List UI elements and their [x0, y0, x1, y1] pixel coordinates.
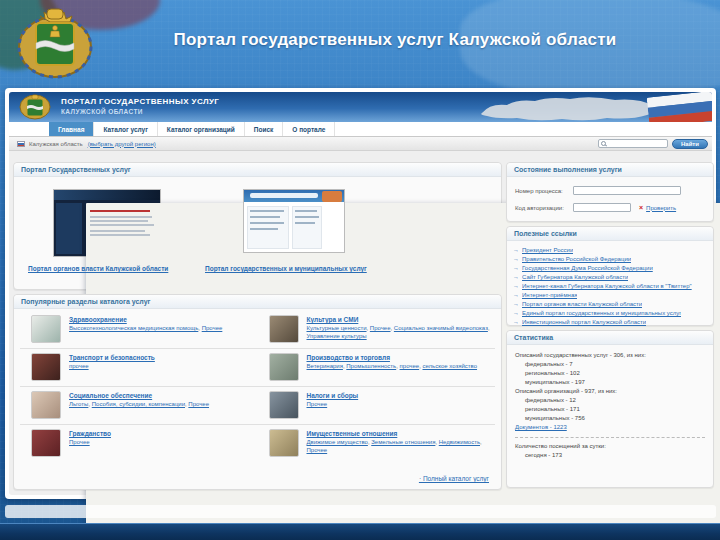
useful-link[interactable]: Интернет-приёмная [522, 291, 577, 300]
category-sublink[interactable]: Ветеринария [307, 363, 343, 369]
link-arrow-icon: → [513, 246, 519, 255]
gov-portal-link[interactable]: Портал органов власти Калужской области [28, 265, 168, 272]
category-title-link[interactable]: Налоги и сборы [307, 392, 359, 399]
useful-link-row: →Государственная Дума Российской Федерац… [513, 264, 707, 273]
catalog-box-title: Популярные разделы каталога услуг [14, 295, 501, 309]
useful-link[interactable]: Портал органов власти Калужской области [522, 300, 642, 309]
tab-Поиск[interactable]: Поиск [245, 122, 284, 136]
search-button[interactable]: Найти [672, 139, 708, 149]
category-thumbnail[interactable] [269, 315, 299, 343]
page-footer-strip [5, 505, 716, 518]
documents-link[interactable]: Документов - 1223 [515, 424, 567, 430]
full-catalog-link[interactable]: · Полный каталог услуг [419, 475, 489, 482]
russian-flag-icon [647, 92, 712, 122]
search-input[interactable] [598, 139, 668, 148]
background-map-shape [460, 0, 720, 100]
useful-links-list: →Президент России→Правительство Российск… [507, 241, 713, 327]
browser-page: ПОРТАЛ ГОСУДАРСТВЕННЫХ УСЛУГ КАЛУЖСКОЙ О… [5, 88, 716, 499]
category-title-link[interactable]: Имущественные отношения [307, 430, 398, 437]
category-sublink[interactable]: прочее [69, 363, 89, 369]
site-emblem-icon [18, 94, 52, 120]
catalog-item: Налоги и сборыПрочее [258, 391, 496, 419]
category-thumbnail[interactable] [31, 353, 61, 381]
services-portal-screenshot[interactable] [243, 189, 345, 253]
catalog-grid: ЗдравоохранениеВысокотехнологическая мед… [20, 311, 495, 462]
category-sublink[interactable]: Прочее [307, 401, 328, 407]
search-icon [601, 141, 606, 146]
useful-link[interactable]: Государственная Дума Российской Федераци… [522, 264, 653, 273]
category-thumbnail[interactable] [269, 391, 299, 419]
category-sublink[interactable]: Прочее [202, 325, 223, 331]
catalog-row: Транспорт и безопасностьпрочееПроизводст… [20, 349, 495, 387]
useful-link-row: →Инвестиционный портал Калужской области [513, 318, 707, 327]
link-arrow-icon: → [513, 291, 519, 300]
useful-link[interactable]: Сайт Губернатора Калужской области [522, 273, 628, 282]
main-navigation: ГлавнаяКаталог услугКаталог организацийП… [9, 122, 712, 137]
useful-link[interactable]: Президент России [522, 246, 573, 255]
useful-link-row: →Единый портал государственных и муницип… [513, 309, 707, 318]
gov-portal-screenshot[interactable] [53, 189, 161, 257]
category-thumbnail[interactable] [31, 391, 61, 419]
stats-divider [515, 437, 705, 438]
tab-Каталог организаций[interactable]: Каталог организаций [158, 122, 245, 136]
category-sublink[interactable]: Прочее [307, 447, 328, 453]
category-sublink[interactable]: Недвижимость [439, 439, 480, 445]
stat-line: региональных - 171 [515, 405, 705, 414]
category-title-link[interactable]: Транспорт и безопасность [69, 354, 155, 361]
breadcrumb-bar: Калужская область (выбрать другой регион… [9, 137, 712, 151]
category-sublink[interactable]: Движимое имущество [307, 439, 368, 445]
tab-Главная[interactable]: Главная [49, 122, 94, 136]
process-number-input[interactable] [573, 186, 681, 195]
category-sublink[interactable]: Промышленность [346, 363, 396, 369]
services-portal-link[interactable]: Портал государственных и муниципальных у… [205, 265, 367, 272]
useful-link-row: →Президент России [513, 246, 707, 255]
site-title-line2: КАЛУЖСКОЙ ОБЛАСТИ [61, 108, 143, 115]
category-sublink[interactable]: Льготы [69, 401, 88, 407]
stat-line[interactable]: Документов - 1223 [515, 423, 705, 432]
slide-bottom-band [0, 523, 720, 540]
category-title-link[interactable]: Социальное обеспечение [69, 392, 152, 399]
category-thumbnail[interactable] [269, 353, 299, 381]
category-sublink[interactable]: Прочее [188, 401, 209, 407]
category-thumbnail[interactable] [269, 429, 299, 457]
check-status-link[interactable]: Проверить [646, 205, 676, 211]
category-sublink[interactable]: Земельные отношения [371, 439, 435, 445]
stat-line: региональных - 102 [515, 369, 705, 378]
useful-link[interactable]: Правительство Российской Федерации [522, 255, 631, 264]
category-thumbnail[interactable] [31, 429, 61, 457]
category-title-link[interactable]: Производство и торговля [307, 354, 390, 361]
category-sublink[interactable]: Прочее [370, 325, 391, 331]
link-arrow-icon: → [513, 318, 519, 327]
category-sublink[interactable]: Прочее [69, 439, 90, 445]
category-sublink[interactable]: Управление культуры [307, 333, 367, 339]
category-sublink[interactable]: Высокотехнологическая медицинская помощь [69, 325, 198, 331]
error-x-icon: × [639, 204, 643, 211]
category-thumbnail[interactable] [31, 315, 61, 343]
category-sublink[interactable]: Культурные ценности [307, 325, 367, 331]
auth-code-input[interactable] [573, 203, 631, 212]
page-content: Портал Государственных услуг [9, 151, 712, 495]
tab-О портале[interactable]: О портале [283, 122, 335, 136]
useful-link[interactable]: Интернет-канал Губернатора Калужской обл… [522, 282, 692, 291]
statistics-box: Статистика Описаний государственных услу… [506, 330, 714, 488]
category-title-link[interactable]: Здравоохранение [69, 316, 127, 323]
catalog-item: Социальное обеспечениеЛьготы, Пособия, с… [20, 391, 258, 419]
category-sublink[interactable]: сельское хозяйство [422, 363, 477, 369]
stat-line: муниципальных - 756 [515, 414, 705, 423]
stat-line: федеральных - 12 [515, 396, 705, 405]
link-arrow-icon: → [513, 300, 519, 309]
change-region-link[interactable]: (выбрать другой регион) [88, 141, 156, 147]
category-sublink[interactable]: Пособия, субсидии, компенсации [92, 401, 185, 407]
tab-Каталог услуг[interactable]: Каталог услуг [94, 122, 157, 136]
category-title-link[interactable]: Культура и СМИ [307, 316, 359, 323]
category-sublink[interactable]: прочее [400, 363, 420, 369]
useful-link-row: →Интернет-приёмная [513, 291, 707, 300]
useful-link[interactable]: Инвестиционный портал Калужской области [522, 318, 646, 327]
site-header: ПОРТАЛ ГОСУДАРСТВЕННЫХ УСЛУГ КАЛУЖСКОЙ О… [9, 92, 712, 122]
category-sublink[interactable]: Социально значимый видеопоказ [394, 325, 488, 331]
kaluga-coat-of-arms-icon [14, 7, 96, 79]
useful-link[interactable]: Единый портал государственных и муниципа… [522, 309, 681, 318]
category-title-link[interactable]: Гражданство [69, 430, 111, 437]
catalog-row: ГражданствоПрочееИмущественные отношения… [20, 425, 495, 462]
stat-line: Описаний организаций - 937, из них: [515, 387, 705, 396]
